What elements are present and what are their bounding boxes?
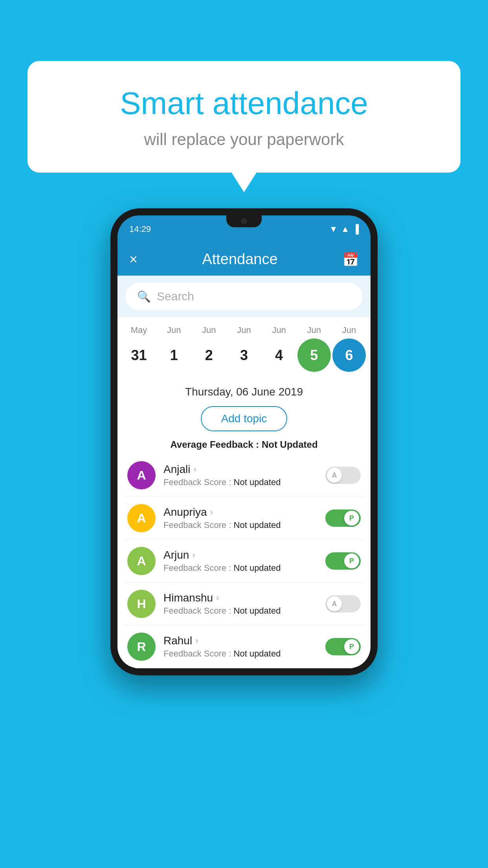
avg-feedback: Average Feedback : Not Updated — [117, 435, 371, 454]
student-info: Himanshu ›Feedback Score : Not updated — [163, 592, 325, 616]
search-bar[interactable]: 🔍 Search — [125, 283, 363, 310]
close-button[interactable]: × — [129, 251, 138, 268]
toggle-knob: P — [344, 639, 359, 654]
toggle-knob: A — [327, 596, 342, 611]
avatar: A — [127, 547, 156, 575]
calendar-strip: MayJunJunJunJunJunJun 31123456 — [117, 317, 371, 378]
student-list: AAnjali ›Feedback Score : Not updatedAAA… — [117, 454, 371, 668]
student-info: Anjali ›Feedback Score : Not updated — [163, 463, 325, 487]
speech-bubble: Smart attendance will replace your paper… — [28, 61, 460, 173]
feedback-score: Feedback Score : Not updated — [163, 649, 325, 659]
date-cell[interactable]: 1 — [157, 338, 191, 372]
toggle-knob: P — [344, 554, 359, 568]
month-row: MayJunJunJunJunJunJun — [121, 325, 367, 335]
chevron-icon: › — [195, 636, 198, 646]
student-info: Rahul ›Feedback Score : Not updated — [163, 634, 325, 659]
date-cell[interactable]: 5 — [297, 338, 331, 372]
date-cell[interactable]: 31 — [122, 338, 156, 372]
avatar: R — [127, 633, 156, 661]
date-cell[interactable]: 2 — [192, 338, 226, 372]
student-name[interactable]: Anjali › — [163, 463, 325, 476]
toggle-wrapper: A — [325, 467, 361, 484]
chevron-icon: › — [193, 464, 196, 474]
month-cell: Jun — [227, 325, 261, 335]
toggle-knob: A — [327, 468, 342, 483]
student-info: Arjun ›Feedback Score : Not updated — [163, 549, 325, 573]
signal-icon: ▲ — [341, 224, 350, 234]
avatar: H — [127, 590, 156, 618]
phone-screen: × Attendance 📅 🔍 Search MayJunJunJunJunJ… — [117, 243, 371, 668]
time: 14:29 — [129, 224, 151, 234]
header-title: Attendance — [202, 251, 277, 268]
toggle-wrapper: P — [325, 552, 361, 570]
feedback-value: Not updated — [234, 649, 281, 658]
month-cell: Jun — [157, 325, 191, 335]
month-cell: Jun — [192, 325, 226, 335]
avg-feedback-label: Average Feedback : — [170, 439, 259, 450]
attendance-toggle[interactable]: P — [325, 552, 361, 570]
month-cell: Jun — [262, 325, 296, 335]
phone-wrapper: 14:29 ▼ ▲ ▐ × Attendance 📅 🔍 Search — [110, 208, 378, 675]
student-info: Anupriya ›Feedback Score : Not updated — [163, 506, 325, 530]
feedback-value: Not updated — [234, 606, 281, 616]
battery-icon: ▐ — [352, 224, 359, 234]
toggle-knob: P — [344, 511, 359, 526]
toggle-wrapper: P — [325, 509, 361, 527]
bubble-title: Smart attendance — [59, 85, 429, 122]
search-container: 🔍 Search — [117, 276, 371, 317]
feedback-score: Feedback Score : Not updated — [163, 563, 325, 573]
attendance-toggle[interactable]: P — [325, 509, 361, 527]
date-cell[interactable]: 4 — [262, 338, 296, 372]
month-cell: May — [122, 325, 156, 335]
student-item: RRahul ›Feedback Score : Not updatedP — [123, 625, 365, 668]
chevron-icon: › — [210, 507, 213, 517]
avatar: A — [127, 461, 156, 489]
feedback-score: Feedback Score : Not updated — [163, 520, 325, 530]
student-name[interactable]: Arjun › — [163, 549, 325, 561]
attendance-toggle[interactable]: P — [325, 638, 361, 655]
student-name[interactable]: Anupriya › — [163, 506, 325, 519]
speech-bubble-container: Smart attendance will replace your paper… — [28, 61, 460, 173]
phone-outer: 14:29 ▼ ▲ ▐ × Attendance 📅 🔍 Search — [110, 208, 378, 675]
attendance-toggle[interactable]: A — [325, 467, 361, 484]
notch — [226, 215, 262, 227]
app-header: × Attendance 📅 — [117, 243, 371, 276]
month-cell: Jun — [332, 325, 366, 335]
date-cell[interactable]: 3 — [227, 338, 261, 372]
date-cell[interactable]: 6 — [332, 338, 366, 372]
month-cell: Jun — [297, 325, 331, 335]
attendance-toggle[interactable]: A — [325, 595, 361, 612]
student-item: HHimanshu ›Feedback Score : Not updatedA — [123, 583, 365, 625]
feedback-value: Not updated — [234, 520, 281, 530]
status-icons: ▼ ▲ ▐ — [329, 224, 359, 234]
feedback-value: Not updated — [234, 477, 281, 487]
toggle-wrapper: A — [325, 595, 361, 612]
student-item: AAnjali ›Feedback Score : Not updatedA — [123, 454, 365, 497]
avatar: A — [127, 504, 156, 532]
search-icon: 🔍 — [137, 290, 151, 303]
feedback-value: Not updated — [234, 563, 281, 573]
date-row: 31123456 — [121, 338, 367, 372]
status-bar: 14:29 ▼ ▲ ▐ — [117, 215, 371, 243]
chevron-icon: › — [192, 550, 195, 560]
student-item: AArjun ›Feedback Score : Not updatedP — [123, 540, 365, 583]
chevron-icon: › — [216, 593, 219, 603]
calendar-icon[interactable]: 📅 — [342, 252, 359, 267]
avg-feedback-value: Not Updated — [262, 439, 318, 450]
student-item: AAnupriya ›Feedback Score : Not updatedP — [123, 497, 365, 540]
bubble-subtitle: will replace your paperwork — [59, 130, 429, 149]
add-topic-button[interactable]: Add topic — [201, 406, 288, 431]
feedback-score: Feedback Score : Not updated — [163, 606, 325, 616]
student-name[interactable]: Himanshu › — [163, 592, 325, 604]
search-placeholder: Search — [157, 290, 194, 303]
camera — [241, 218, 247, 224]
student-name[interactable]: Rahul › — [163, 634, 325, 647]
toggle-wrapper: P — [325, 638, 361, 655]
selected-date: Thursday, 06 June 2019 — [117, 378, 371, 402]
feedback-score: Feedback Score : Not updated — [163, 477, 325, 487]
wifi-icon: ▼ — [329, 224, 338, 234]
